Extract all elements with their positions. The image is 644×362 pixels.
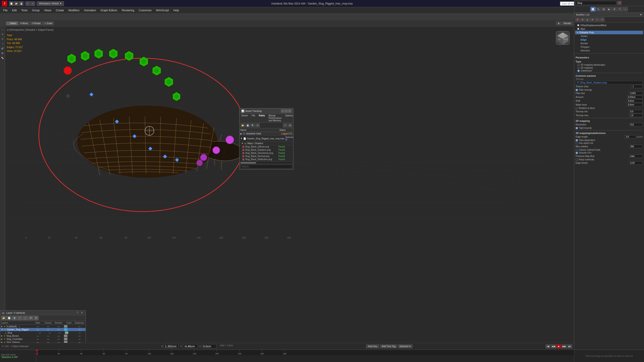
max-subdivs-input[interactable] (629, 145, 643, 148)
asset-menu-file[interactable]: File (250, 114, 257, 122)
layer-help-button[interactable]: ? (76, 311, 79, 314)
asset-restore-btn[interactable]: □ (285, 109, 288, 112)
modifier-sub-border[interactable]: Border (575, 41, 643, 45)
pin-icon[interactable]: 📌 (617, 1, 622, 5)
modifier-sub-polygon[interactable]: Polygon (575, 45, 643, 49)
snap-toggle[interactable]: ⊕ (556, 21, 561, 25)
menu-graph-editors[interactable]: Graph Editors (98, 8, 120, 13)
classic-catmull-checkbox[interactable] (576, 149, 578, 151)
texmap-max-input[interactable] (629, 114, 643, 117)
select-region-icon[interactable]: ⬚ (0, 27, 4, 31)
layer-close-button[interactable]: ✕ (80, 311, 84, 314)
modifier-list-dropdown[interactable]: ▼ (640, 13, 642, 16)
object-name-input[interactable] (576, 1, 616, 5)
asset-file-displace[interactable]: 🖼 Slug_Black_Displace.png Found (240, 148, 293, 152)
modifier-sub-vertex[interactable]: Vertex (575, 34, 643, 38)
asset-search-input[interactable] (240, 165, 292, 168)
asset-file-diffuse[interactable]: 🖼 Slug_Black_Diffuse.png Found (240, 145, 293, 148)
view-dependent-row[interactable]: View-dependent (576, 139, 643, 141)
smooth-uvs-row[interactable]: Smooth UVs (576, 152, 643, 154)
modify-icon[interactable]: 🔧 (596, 7, 601, 11)
asset-tool-1[interactable]: 📂 (240, 123, 245, 127)
add-modifier-icon[interactable]: + (595, 17, 600, 22)
layer-row-default[interactable]: ▶ ☀ 0 (default) ✓ — — — — (0, 325, 86, 328)
layer-row-slug-controlles[interactable]: ▶ ☀ Slug_Controlles — — — — (0, 338, 86, 341)
asset-menu-paths[interactable]: Paths (257, 114, 267, 122)
pin-modifier-icon[interactable]: 📌 (575, 17, 580, 22)
modifier-sub-element[interactable]: Element (575, 49, 643, 52)
filter-texmap-row[interactable]: Filter texmap (576, 89, 643, 91)
timeline-ruler[interactable]: 0 20 40 60 80 100 120 140 160 (36, 350, 574, 355)
layer-freeze-all-btn[interactable]: ❄ (34, 316, 38, 320)
menu-animation[interactable]: Animation (82, 8, 98, 13)
autokey-button[interactable]: Auto Key (366, 345, 380, 348)
select-tool[interactable]: ⬚ Select (6, 21, 18, 25)
preserve-map-bnd-input[interactable] (629, 154, 643, 158)
modifier-sub-edge[interactable]: Edge (575, 38, 643, 41)
asset-tool-3[interactable]: 🔍 (250, 123, 255, 127)
asset-menu-options[interactable]: Options (283, 114, 294, 122)
toolbar-btn-open[interactable]: 📂 (14, 1, 18, 6)
toolbar-btn-redo[interactable]: ↪ (30, 1, 35, 6)
radio-subdivision[interactable]: Subdivision (578, 69, 643, 72)
display-icon[interactable]: 👁 (612, 7, 617, 11)
toolbar-btn-undo[interactable]: ↩ (26, 1, 30, 6)
layer-row-slug-bones[interactable]: ▶ ☀ Slug_Bones — — — — (0, 334, 86, 338)
selected-dropdown[interactable]: Selected ▼ (398, 345, 413, 348)
resolution-input[interactable] (629, 123, 643, 126)
asset-panel-header[interactable]: 📊 Asset Tracking — □ ✕ (240, 108, 293, 114)
modifier-editable-poly[interactable]: ▶ Editable Poly (575, 31, 643, 34)
keep-continuity-checkbox[interactable] (576, 159, 578, 161)
time-tag-btn[interactable]: Add Time Tag (380, 345, 397, 348)
menu-maxscript[interactable]: MAXScript (154, 8, 171, 13)
radio-2d-mapping[interactable]: 2D mapping (landscape) (578, 64, 643, 66)
move-up-icon[interactable]: ▲ (585, 17, 590, 22)
menu-views[interactable]: Views (42, 8, 54, 13)
menu-file[interactable]: File (1, 8, 10, 13)
shift-input[interactable] (627, 99, 643, 103)
x-coord-input[interactable] (164, 344, 178, 349)
rotate-tool[interactable]: ↺ Rotate (30, 21, 42, 25)
modifier-vray-displacement[interactable]: 🔲 VRayDisplacementMod (575, 23, 643, 27)
bones-icon[interactable]: 🦴 (0, 56, 4, 60)
water-level-input[interactable] (627, 103, 643, 106)
end-btn[interactable]: ▶| (567, 345, 572, 349)
asset-menu-bitmap[interactable]: Bitmap Performance and Memory (267, 114, 283, 122)
menu-tools[interactable]: Tools (19, 8, 30, 13)
asset-tool-6[interactable]: ⚙ (288, 123, 292, 127)
menu-rendering[interactable]: Rendering (120, 8, 136, 13)
move-icon[interactable]: ✛ (0, 32, 4, 36)
asset-minimize-btn[interactable]: — (281, 109, 284, 112)
asset-file-glossiness[interactable]: 🖼 Slug_Black_Glossiness.png Found (240, 152, 293, 155)
asset-tool-5[interactable]: ? (283, 123, 287, 127)
amount-input[interactable] (627, 95, 643, 99)
move-tool[interactable]: ✛ Move (18, 21, 30, 25)
next-btn[interactable]: ▶▶ (562, 345, 567, 349)
layer-open-btn[interactable]: 📂 (1, 316, 6, 320)
toolbar-btn-new[interactable]: 📄 (9, 1, 14, 6)
asset-menu-server[interactable]: Server (240, 114, 250, 122)
layer-row-slug[interactable]: △ Slug — — — — (0, 331, 86, 334)
smooth-uvs-checkbox[interactable] (576, 152, 578, 154)
filter-blur-input[interactable] (629, 92, 643, 95)
delete-modifier-icon[interactable]: ✕ (600, 17, 604, 22)
layer-hide-all-btn[interactable]: 👁 (28, 316, 33, 320)
viewport[interactable]: [+] [Perspective ] [Shaded + Edged Faces… (5, 27, 574, 344)
asset-file-reflection[interactable]: 🖼 Slug_Black_Reflection.png Found (240, 158, 293, 161)
rotate-icon[interactable]: ↺ (0, 37, 4, 41)
y-coord-input[interactable] (183, 344, 198, 349)
move-down-icon[interactable]: ▼ (590, 17, 594, 22)
view-cube[interactable]: TOP FRONT LEFT (556, 31, 570, 45)
menu-group[interactable]: Group (30, 8, 42, 13)
configure-modifier-icon[interactable]: ⚙ (580, 17, 585, 22)
create-icon[interactable]: ⬜ (590, 7, 596, 11)
motion-icon[interactable]: ▶ (607, 7, 612, 11)
layer-select-btn[interactable]: ⬚ (23, 316, 28, 320)
use-object-mtl-row[interactable]: Use object mtl (576, 142, 643, 144)
classic-catmull-row[interactable]: Classic Catmull-Clark (576, 149, 643, 151)
toolbar-btn-save[interactable]: 💾 (19, 1, 24, 6)
relative-bbox-checkbox[interactable] (576, 107, 578, 109)
layer-row-garden-slug[interactable]: ▼ ☀ Garden_Slug_Rigged — — — — (0, 328, 86, 331)
menu-edit[interactable]: Edit (10, 8, 19, 13)
play-btn[interactable]: ▶ (556, 345, 562, 349)
